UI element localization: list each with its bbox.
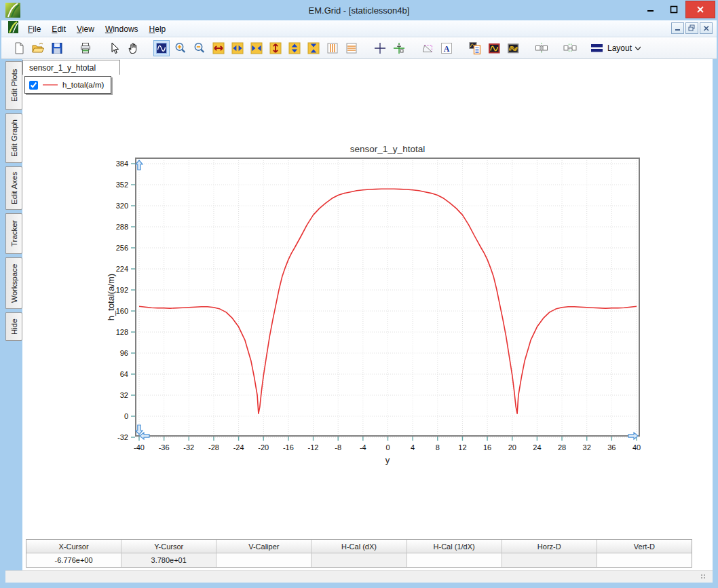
tick-label-x: -16	[283, 443, 294, 452]
layout-label: Layout	[607, 43, 632, 53]
sidebar-tab-edit-graph[interactable]: Edit Graph	[5, 113, 22, 163]
text-label-icon: A	[439, 41, 454, 56]
document-logo-icon	[8, 21, 18, 36]
zoom-out-icon	[192, 41, 207, 56]
maximize-button[interactable]	[662, 1, 685, 18]
axis-handle-top[interactable]	[136, 160, 143, 170]
expand-y-icon	[268, 41, 283, 56]
status-header-y-cursor: Y-Cursor	[121, 540, 216, 553]
menu-file[interactable]: File	[22, 22, 46, 36]
tick-label-x: 36	[607, 443, 616, 452]
sidebar-tab-tracker[interactable]: Tracker	[5, 213, 22, 254]
cursor-status-table: X-CursorY-CursorV-CaliperH-Cal (dX)H-Cal…	[26, 539, 692, 568]
save-icon	[50, 41, 64, 56]
chart[interactable]: -40-36-32-28-24-20-16-12-8-4048121620242…	[95, 136, 658, 475]
crosshair-button[interactable]	[372, 40, 388, 56]
arrows-out-y-icon	[287, 41, 302, 56]
plot-report-button[interactable]	[467, 40, 483, 56]
tick-label-y: 352	[116, 181, 128, 189]
tick-label-y: 0	[124, 412, 128, 420]
tick-label-x: 20	[508, 443, 516, 452]
align-vertical-button[interactable]	[533, 40, 550, 56]
zoom-in-icon	[173, 41, 188, 56]
graph-multi-button[interactable]	[505, 40, 521, 56]
menu-bar: FileEditViewWindowsHelp	[1, 20, 717, 37]
align-horizontal-button[interactable]	[562, 40, 578, 56]
graph-single-button[interactable]	[486, 40, 502, 56]
mdi-restore-button[interactable]	[685, 22, 698, 34]
graph-multi-icon	[506, 41, 521, 56]
plot-report-icon	[468, 41, 483, 56]
tick-label-x: 24	[533, 443, 541, 452]
tick-label-x: 32	[583, 443, 591, 452]
minimize-button[interactable]	[639, 1, 662, 18]
pan-hand-button[interactable]	[125, 40, 141, 56]
arrows-out-x-icon	[230, 41, 245, 56]
tab-sensor-1-y-htotal[interactable]: sensor_1_y_htotal	[22, 60, 120, 75]
zoom-box-button[interactable]	[153, 40, 170, 56]
tick-label-y: 160	[116, 307, 128, 315]
print-button[interactable]	[77, 40, 94, 56]
open-folder-button[interactable]	[30, 40, 46, 56]
sidebar-tab-edit-axes[interactable]: Edit Axes	[5, 166, 22, 210]
tick-label-x: 40	[632, 443, 641, 452]
arrows-in-x-button[interactable]	[248, 40, 265, 56]
expand-x-icon	[211, 41, 226, 56]
close-button[interactable]	[685, 1, 715, 18]
tick-label-y: 224	[116, 265, 128, 273]
horizontal-bars-button[interactable]	[343, 40, 360, 56]
legend-box[interactable]: h_total(a/m)	[24, 76, 111, 94]
pointer-button[interactable]	[106, 40, 122, 56]
mdi-close-button[interactable]	[700, 22, 713, 34]
graph-single-icon	[487, 41, 502, 56]
tick-label-y: 96	[120, 349, 128, 357]
align-vertical-icon	[534, 41, 549, 56]
arrows-in-y-button[interactable]	[305, 40, 322, 56]
sidebar-tab-edit-plots[interactable]: Edit Plots	[5, 61, 22, 110]
chart-canvas[interactable]: -40-36-32-28-24-20-16-12-8-4048121620242…	[95, 136, 658, 475]
crosshair-icon	[373, 41, 388, 56]
vertical-bars-button[interactable]	[324, 40, 341, 56]
arrows-out-x-button[interactable]	[229, 40, 246, 56]
mdi-minimize-button[interactable]	[671, 22, 684, 34]
layout-dropdown[interactable]: Layout	[590, 43, 641, 54]
sidebar-tab-workspace[interactable]: Workspace	[5, 257, 22, 309]
axis-handle-bottom[interactable]	[136, 425, 143, 435]
status-value-h-cal-dx-	[311, 553, 407, 567]
legend-checkbox[interactable]	[29, 81, 38, 90]
zoom-in-button[interactable]	[172, 40, 189, 56]
menu-windows[interactable]: Windows	[100, 22, 144, 36]
zoom-out-button[interactable]	[191, 40, 208, 56]
tick-label-x: -20	[258, 443, 269, 452]
chart-title: sensor_1_y_htotal	[350, 144, 425, 154]
tick-label-x: 12	[458, 443, 466, 452]
axis-handle-left[interactable]	[140, 433, 149, 439]
tick-label-y: 64	[120, 370, 128, 378]
expand-x-button[interactable]	[210, 40, 227, 56]
tracker-axes-button[interactable]	[391, 40, 407, 56]
resize-grip[interactable]	[700, 574, 707, 581]
tick-label-x: 4	[411, 443, 415, 452]
new-file-button[interactable]	[11, 40, 27, 56]
title-bar: EM.Grid - [staticlesson4b]	[0, 0, 718, 20]
arrows-out-y-button[interactable]	[286, 40, 303, 56]
expand-y-button[interactable]	[267, 40, 284, 56]
tick-label-x: -28	[208, 443, 219, 452]
status-value-horz-d	[502, 553, 597, 567]
tick-label-x: -40	[134, 443, 145, 452]
menu-help[interactable]: Help	[144, 22, 172, 36]
tick-label-x: 16	[483, 443, 491, 452]
status-header-v-caliper: V-Caliper	[216, 540, 311, 553]
pointer-icon	[107, 41, 121, 56]
menu-edit[interactable]: Edit	[46, 22, 71, 36]
save-button[interactable]	[49, 40, 65, 56]
tick-label-x: -4	[360, 443, 366, 452]
slope-triangle-button[interactable]	[419, 40, 436, 56]
sidebar-tab-hide[interactable]: Hide	[5, 312, 22, 341]
text-label-button[interactable]: A	[438, 40, 455, 56]
menu-view[interactable]: View	[71, 22, 100, 36]
menu-items: FileEditViewWindowsHelp	[22, 22, 171, 35]
tick-label-x: 0	[385, 443, 390, 452]
open-folder-icon	[31, 41, 45, 56]
zoom-box-icon	[154, 41, 169, 56]
